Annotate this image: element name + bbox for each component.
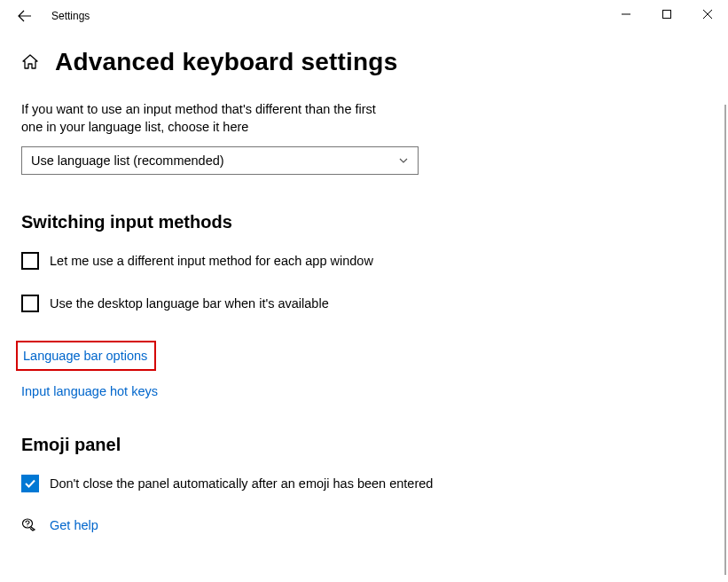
section-switching-heading: Switching input methods — [21, 212, 707, 232]
maximize-icon — [662, 10, 671, 19]
window-title: Settings — [51, 10, 90, 22]
checkbox-per-app-input[interactable] — [21, 252, 39, 270]
language-bar-options-link[interactable]: Language bar options — [23, 349, 147, 363]
arrow-left-icon — [18, 9, 32, 23]
dropdown-selected: Use language list (recommended) — [31, 153, 224, 168]
svg-point-2 — [27, 526, 27, 527]
minimize-icon — [622, 10, 630, 19]
page-title: Advanced keyboard settings — [55, 48, 397, 76]
maximize-button[interactable] — [646, 0, 687, 28]
checkbox-desktop-language-bar[interactable] — [21, 295, 39, 312]
close-icon — [703, 10, 712, 19]
check-icon — [24, 477, 36, 490]
section-emoji-heading: Emoji panel — [21, 435, 707, 455]
close-button[interactable] — [687, 0, 728, 28]
checkbox-emoji-panel-stay-open[interactable] — [21, 475, 39, 492]
highlight-annotation: Language bar options — [16, 341, 156, 371]
chevron-down-icon — [398, 155, 409, 166]
back-button[interactable] — [7, 0, 43, 32]
get-help-link[interactable]: Get help — [50, 518, 98, 532]
svg-rect-0 — [663, 11, 671, 19]
checkbox-label: Use the desktop language bar when it's a… — [50, 296, 329, 311]
checkbox-label: Don't close the panel automatically afte… — [50, 476, 433, 491]
minimize-button[interactable] — [606, 0, 646, 28]
home-icon[interactable] — [21, 53, 39, 71]
checkbox-label: Let me use a different input method for … — [50, 254, 373, 268]
input-method-dropdown[interactable]: Use language list (recommended) — [21, 146, 419, 175]
scrollbar[interactable] — [724, 105, 726, 575]
input-language-hotkeys-link[interactable]: Input language hot keys — [21, 384, 158, 398]
page-description: If you want to use an input method that'… — [21, 101, 394, 136]
help-icon — [21, 517, 37, 533]
